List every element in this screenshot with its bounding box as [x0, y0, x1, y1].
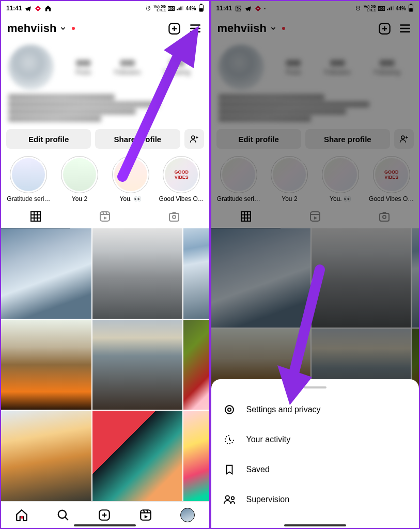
username-dropdown[interactable]: mehviish [7, 22, 75, 35]
profile-avatar[interactable] [8, 44, 54, 90]
tab-grid[interactable] [1, 205, 70, 228]
svg-point-76 [231, 496, 234, 500]
svg-point-30 [173, 215, 176, 219]
telegram-icon [25, 5, 32, 12]
svg-point-74 [228, 408, 231, 411]
menu-button[interactable] [188, 21, 203, 36]
profile-thumb-icon [180, 508, 195, 522]
clock: 11:41 [216, 5, 232, 12]
svg-rect-52 [410, 4, 412, 5]
signal-icon [177, 5, 183, 12]
svg-rect-63 [241, 212, 251, 221]
username-text: mehviish [217, 22, 267, 35]
people-icon [223, 493, 236, 506]
profile-stats-row: 000Posts 000Followers 000Following [1, 41, 209, 93]
svg-rect-50 [393, 6, 394, 10]
nav-home[interactable] [15, 508, 28, 522]
svg-rect-29 [169, 213, 179, 221]
highlight-label: You 2 [72, 195, 87, 203]
battery-text: 44% [396, 6, 406, 11]
stats-blurred: 000Posts 000Followers 000Following [64, 58, 202, 76]
svg-marker-44 [255, 6, 261, 11]
dot-icon: • [264, 6, 266, 11]
nav-search[interactable] [56, 508, 70, 522]
discover-people-button[interactable] [184, 129, 204, 149]
highlight-item[interactable]: You. 👀 [105, 156, 156, 203]
tagged-icon [168, 210, 180, 223]
gear-icon [223, 403, 236, 416]
profile-header: mehviish [1, 15, 209, 41]
grid-cell[interactable] [1, 320, 91, 410]
tab-reels[interactable] [70, 205, 139, 228]
highlight-label: Gratitude seri… [7, 195, 50, 203]
nav-reels[interactable] [139, 508, 152, 522]
menu-settings-privacy[interactable]: Settings and privacy [211, 395, 419, 425]
bookmark-icon [223, 463, 236, 476]
menu-your-activity[interactable]: Your activity [211, 425, 419, 455]
svg-rect-4 [179, 7, 180, 10]
svg-point-60 [401, 136, 405, 139]
menu-label: Saved [246, 465, 270, 474]
svg-rect-8 [200, 4, 201, 5]
share-profile-button[interactable]: Share profile [95, 129, 180, 149]
grid-cell[interactable] [92, 320, 183, 410]
grid-icon [29, 210, 42, 223]
edit-profile-button[interactable]: Edit profile [6, 129, 91, 149]
svg-point-72 [383, 215, 386, 219]
add-person-icon [190, 134, 199, 144]
grid-cell[interactable] [1, 411, 91, 501]
svg-rect-53 [410, 9, 413, 11]
svg-rect-49 [391, 6, 392, 10]
create-button[interactable] [167, 21, 182, 36]
svg-point-75 [225, 496, 229, 500]
battery-icon [198, 4, 204, 13]
reels-nav-icon [139, 508, 152, 522]
grid-cell[interactable] [183, 411, 209, 501]
svg-point-16 [191, 136, 194, 139]
tab-tagged[interactable] [139, 205, 209, 228]
svg-rect-51 [409, 5, 413, 11]
nav-create[interactable] [98, 508, 111, 522]
network-tag: Vo) 5GLTE1 [364, 5, 376, 12]
reels-icon [99, 210, 111, 223]
username-text: mehviish [7, 22, 56, 35]
sheet-handle[interactable] [304, 386, 326, 388]
screenshot-left: 11:41 Vo) 5GLTE1 5G 44% mehviish [0, 0, 210, 529]
bio-blurred [1, 93, 209, 125]
svg-point-45 [257, 7, 259, 9]
menu-label: Supervision [246, 495, 290, 504]
svg-rect-42 [236, 6, 241, 11]
home-notification-dot [21, 516, 23, 519]
svg-rect-48 [389, 7, 390, 10]
grid-cell[interactable] [183, 228, 209, 319]
home-status-icon [44, 5, 52, 12]
grid-cell[interactable] [92, 411, 183, 501]
image-status-icon [235, 5, 242, 12]
grid-cell[interactable] [1, 228, 91, 319]
edit-profile-label: Edit profile [28, 135, 69, 144]
highlight-item[interactable]: GOODVIBESGood Vibes O… [156, 156, 207, 203]
home-icon [15, 508, 28, 522]
menu-supervision[interactable]: Supervision [211, 485, 419, 515]
menu-saved[interactable]: Saved [211, 455, 419, 485]
highlights-row[interactable]: Gratitude seri… You 2 You. 👀 GOODVIBESGo… [1, 153, 209, 205]
plus-square-icon [98, 508, 111, 522]
grid-cell[interactable] [92, 228, 183, 319]
gesture-bar [284, 524, 346, 526]
grid-cell[interactable] [183, 320, 209, 410]
status-bar: 11:41 • Vo) 5GLTE1 5G 44% [211, 1, 419, 15]
svg-point-73 [225, 406, 234, 414]
svg-rect-71 [380, 213, 389, 221]
clock: 11:41 [6, 5, 22, 12]
svg-rect-3 [177, 8, 178, 10]
screenshot-right: 11:41 • Vo) 5GLTE1 5G 44% mehviish 000Po… [210, 0, 421, 529]
svg-point-31 [58, 510, 66, 518]
highlight-item[interactable]: You 2 [54, 156, 105, 203]
notification-dot [72, 27, 75, 30]
svg-marker-28 [104, 216, 107, 220]
alarm-icon [145, 5, 152, 12]
nav-profile[interactable] [180, 508, 195, 522]
svg-point-46 [356, 7, 360, 10]
highlight-item[interactable]: Gratitude seri… [3, 156, 54, 203]
post-grid[interactable] [1, 228, 209, 501]
